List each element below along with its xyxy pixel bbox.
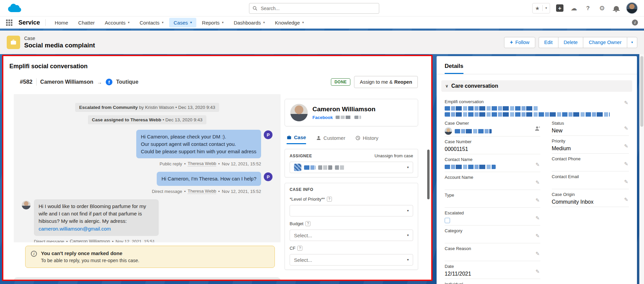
quick-add-button[interactable]: + — [555, 4, 564, 12]
tab-home[interactable]: Home — [50, 18, 72, 28]
edit-icon[interactable]: ✎ — [624, 179, 628, 185]
edit-icon[interactable]: ✎ — [535, 269, 540, 275]
cf-select[interactable]: Select... ▾ — [290, 254, 413, 266]
edit-button[interactable]: Edit — [539, 37, 558, 48]
field-status: Status New ✎ — [552, 118, 629, 136]
tab-customer[interactable]: Customer — [316, 134, 345, 144]
escalated-checkbox[interactable] — [445, 218, 450, 223]
edit-icon[interactable]: ✎ — [624, 125, 628, 131]
brand-avatar: P — [264, 172, 273, 181]
chevron-down-icon[interactable]: ▾ — [162, 21, 163, 24]
field-level-of-priority: *Level of Priority** ? ▾ — [290, 197, 413, 216]
scrollbar-thumb[interactable] — [640, 56, 643, 127]
field-emplifi-conversation: Emplifi conversation ✎ — [445, 96, 629, 118]
edit-icon[interactable]: ✎ — [624, 143, 628, 149]
email-link[interactable]: cameron.williamson@gmail.com — [39, 225, 111, 233]
info-icon[interactable]: i — [632, 19, 638, 26]
field-category: Category ✎ — [445, 226, 540, 243]
section-care-conversation[interactable]: ∨ Care conversation — [441, 80, 632, 92]
field-account-name: Account Name ✎ — [445, 172, 540, 190]
tab-chatter[interactable]: Chatter — [74, 18, 99, 28]
notifications-bell-icon — [614, 6, 619, 10]
edit-icon[interactable]: ✎ — [535, 179, 540, 186]
edit-icon[interactable]: ✎ — [535, 215, 540, 221]
main-content: Emplifi social conversation #582 Cameron… — [0, 54, 644, 284]
help-icon[interactable]: ? — [305, 221, 310, 226]
edit-icon[interactable]: ✎ — [624, 197, 628, 203]
budget-select[interactable]: Select... ▾ — [290, 230, 413, 241]
divider — [542, 5, 543, 11]
chevron-down-icon[interactable]: ▾ — [128, 21, 130, 24]
chevron-down-icon[interactable]: ▾ — [222, 21, 224, 24]
tab-accounts[interactable]: Accounts▾ — [100, 18, 134, 28]
panel-title: Emplifi social conversation — [3, 56, 431, 70]
tab-case[interactable]: Case — [287, 134, 306, 144]
edit-icon[interactable]: ✎ — [624, 100, 628, 106]
help-icon[interactable]: ? — [327, 197, 332, 202]
message-meta: Direct message • Cameron Williamson • No… — [22, 239, 273, 242]
tab-contacts[interactable]: Contacts▾ — [135, 18, 168, 28]
notifications-button[interactable] — [612, 4, 621, 12]
favorites-star-icon[interactable]: ★ — [535, 6, 540, 11]
owner-avatar — [445, 127, 452, 135]
author-link[interactable]: Cameron Williamson — [70, 239, 110, 242]
edit-icon[interactable]: ✎ — [624, 161, 628, 167]
chevron-down-icon[interactable]: ▾ — [545, 6, 547, 10]
chevron-down-icon[interactable]: ▾ — [302, 21, 304, 24]
help-button[interactable]: ? — [584, 4, 592, 12]
global-search[interactable] — [249, 3, 379, 14]
author-link[interactable]: Theresa Webb — [188, 161, 216, 166]
arrow-right-icon: → — [97, 79, 102, 85]
scrollbar-thumb[interactable] — [427, 150, 430, 199]
search-input[interactable] — [249, 3, 379, 14]
case-info-header: CASE INFO — [290, 187, 413, 192]
more-actions-button[interactable]: ▾ — [627, 37, 637, 48]
salesforce-logo — [6, 3, 22, 13]
header-actions: + Follow Edit Delete Change Owner ▾ — [504, 37, 637, 48]
edit-icon[interactable]: ✎ — [535, 233, 540, 239]
follow-button[interactable]: + Follow — [504, 37, 535, 48]
edit-icon[interactable]: ✎ — [535, 251, 540, 257]
tab-dashboards[interactable]: Dashboards▾ — [229, 18, 269, 28]
thread-scroll-area[interactable]: Escalated from Community by Kristin Wats… — [14, 94, 281, 242]
priority-select[interactable]: ▾ — [290, 205, 413, 216]
tab-knowledge[interactable]: Knowledge▾ — [270, 18, 308, 28]
tab-reports[interactable]: Reports▾ — [198, 18, 228, 28]
assignee-select[interactable]: ▾ — [290, 162, 413, 173]
message-bubble: Hi Cameron, please check your DM :). Our… — [136, 130, 261, 158]
change-owner-icon[interactable] — [535, 126, 540, 133]
global-header: ★ ▾ + ☁ ? ⚙ — [0, 0, 644, 16]
chevron-down-icon: ∨ — [445, 84, 448, 88]
change-owner-button[interactable]: Change Owner — [583, 37, 627, 48]
delete-button[interactable]: Delete — [558, 37, 583, 48]
redacted-text — [304, 165, 315, 170]
edit-icon[interactable]: ✎ — [535, 197, 540, 203]
unassign-link[interactable]: Unassign from case — [375, 153, 413, 158]
page-scrollbar[interactable] — [639, 54, 644, 284]
tab-details[interactable]: Details — [445, 63, 463, 74]
author-link[interactable]: Theresa Webb — [188, 189, 216, 194]
assign-reopen-button[interactable]: Assign to me & Reopen — [354, 76, 418, 88]
customer-avatar — [290, 104, 308, 121]
setup-button[interactable]: ⚙ — [598, 4, 606, 12]
app-name: Service — [18, 19, 40, 26]
favorites-control[interactable]: ★ ▾ — [532, 3, 550, 13]
app-launcher-icon[interactable] — [6, 19, 12, 26]
user-avatar[interactable] — [626, 2, 638, 14]
tab-history[interactable]: History — [355, 134, 379, 144]
redacted-text — [445, 106, 620, 117]
chevron-down-icon[interactable]: ▾ — [263, 21, 265, 24]
conversation-sidebar: Cameron Williamson Facebook Case — [285, 94, 418, 281]
chevron-down-icon[interactable]: ▾ — [190, 21, 192, 24]
brand-link[interactable]: Toutique — [116, 79, 138, 85]
help-icon[interactable]: ? — [297, 246, 302, 251]
tab-cases[interactable]: Cases▾ — [169, 18, 196, 28]
message-meta: Public reply • Theresa Webb • Nov 12, 20… — [22, 161, 273, 166]
details-panel: Details ∨ Care conversation Emplifi conv… — [437, 56, 637, 284]
cloud-upload-icon: ☁ — [571, 5, 577, 11]
network-label[interactable]: Facebook — [312, 115, 333, 120]
cloud-upload-button[interactable]: ☁ — [569, 4, 578, 12]
field-priority: Priority Medium ✎ — [552, 136, 629, 154]
warning-banner: i You can't reply once marked done To be… — [25, 246, 275, 268]
edit-icon[interactable]: ✎ — [535, 162, 540, 168]
